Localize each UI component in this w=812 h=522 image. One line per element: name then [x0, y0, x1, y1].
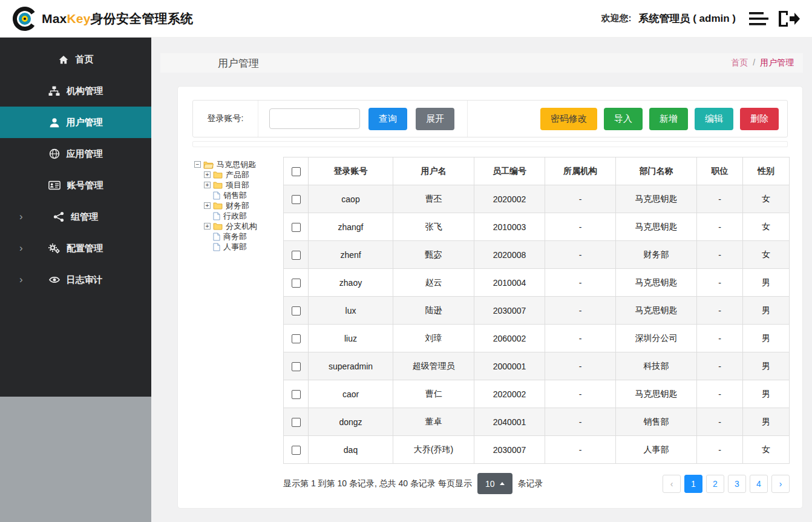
breadcrumb: 首页 / 用户管理 — [731, 58, 794, 68]
table-cell: daq — [309, 436, 393, 464]
table-cell: 马克思钥匙 — [616, 297, 697, 325]
password-modify-button[interactable]: 密码修改 — [540, 108, 597, 130]
tree-node[interactable]: 行政部 — [194, 211, 283, 221]
tree-node[interactable]: 人事部 — [194, 242, 283, 252]
table-cell: 男 — [743, 380, 790, 408]
table-cell: 人事部 — [616, 436, 697, 464]
table-cell: 女 — [743, 436, 790, 464]
row-checkbox[interactable] — [292, 418, 301, 427]
row-checkbox[interactable] — [292, 362, 301, 371]
page-title: 用户管理 — [218, 56, 259, 70]
import-button[interactable]: 导入 — [604, 108, 643, 130]
tree-node[interactable]: 销售部 — [194, 190, 283, 200]
sidebar-item-users[interactable]: 用户管理 — [0, 107, 151, 138]
page-button[interactable]: 1 — [684, 475, 702, 493]
page-size-select[interactable]: 10 — [477, 473, 512, 494]
tree-node[interactable]: −马克思钥匙 — [194, 159, 283, 170]
expand-icon[interactable]: + — [204, 171, 211, 178]
sidebar-item-label: 首页 — [76, 54, 94, 65]
page-button[interactable]: 2 — [706, 475, 724, 493]
login-account-input[interactable] — [269, 108, 360, 129]
table-cell: 2030007 — [474, 297, 545, 325]
table-row: zhaoy赵云2010004-马克思钥匙-男 — [284, 269, 790, 297]
row-checkbox[interactable] — [292, 390, 301, 399]
tree-node[interactable]: +分支机构 — [194, 221, 283, 231]
table-cell: 2020002 — [474, 380, 545, 408]
tree-spacer — [204, 233, 211, 240]
table-cell: 2030007 — [474, 436, 545, 464]
tree-node[interactable]: +产品部 — [194, 170, 283, 180]
folder-icon — [213, 181, 223, 189]
column-header: 职位 — [697, 157, 743, 185]
row-checkbox[interactable] — [292, 223, 301, 232]
breadcrumb-separator: / — [753, 58, 755, 67]
table-cell: 2010004 — [474, 269, 545, 297]
expand-button[interactable]: 展开 — [416, 108, 454, 130]
tree-node[interactable]: 商务部 — [194, 231, 283, 242]
prev-page-button[interactable]: ‹ — [663, 475, 681, 493]
edit-button[interactable]: 编辑 — [695, 108, 733, 130]
table-cell: lux — [309, 297, 393, 325]
sidebar-item-accounts[interactable]: 账号管理 — [0, 170, 151, 201]
logout-icon[interactable] — [777, 10, 800, 28]
table-cell: 2040001 — [474, 408, 545, 436]
table-cell: 曹仁 — [393, 380, 474, 408]
expand-icon[interactable]: + — [204, 223, 211, 230]
table-cell: - — [697, 408, 743, 436]
page-header-bar: 用户管理 首页 / 用户管理 — [160, 53, 803, 73]
sidebar-item-label: 组管理 — [71, 211, 98, 223]
top-header: MaxKey身份安全管理系统 欢迎您: 系统管理员 ( admin ) — [0, 0, 812, 38]
delete-button[interactable]: 删除 — [740, 108, 779, 130]
row-checkbox[interactable] — [292, 279, 301, 288]
table-cell: 陆逊 — [393, 297, 474, 325]
next-page-button[interactable]: › — [771, 475, 790, 493]
row-checkbox[interactable] — [292, 446, 301, 455]
tree-node[interactable]: +项目部 — [194, 180, 283, 190]
table-cell: - — [545, 380, 616, 408]
table-cell: dongz — [309, 408, 393, 436]
page-button[interactable]: 3 — [728, 475, 746, 493]
collapse-icon[interactable]: − — [194, 161, 201, 168]
tree-spacer — [204, 213, 211, 219]
tree-node[interactable]: +财务部 — [194, 200, 283, 211]
row-checkbox[interactable] — [292, 251, 301, 260]
table-cell: 男 — [743, 269, 790, 297]
caret-up-icon — [500, 482, 505, 485]
pagination-summary-prefix: 显示第 1 到第 10 条记录, 总共 40 条记录 每页显示 — [283, 478, 472, 489]
pager: ‹1234› — [663, 475, 790, 493]
user-table: 登录账号 用户名 员工编号 所属机构 部门名称 职位 性别 caop曹丕2020… — [283, 157, 790, 464]
sidebar: 首页 机构管理 用户管理 — [0, 38, 151, 397]
table-cell: - — [697, 269, 743, 297]
table-row: zhangf张飞2010003-马克思钥匙-女 — [284, 213, 790, 241]
sidebar-menu: 首页 机构管理 用户管理 — [0, 38, 151, 296]
table-row: liuz刘璋2060002-深圳分公司-男 — [284, 325, 790, 352]
table-cell: zhangf — [309, 213, 393, 241]
table-row: daq大乔(乔玮)2030007-人事部-女 — [284, 436, 790, 464]
row-checkbox[interactable] — [292, 306, 301, 316]
sidebar-item-audit[interactable]: › 日志审计 — [0, 264, 151, 296]
sidebar-item-apps[interactable]: 应用管理 — [0, 138, 151, 170]
sidebar-item-orgs[interactable]: 机构管理 — [0, 75, 151, 107]
chevron-right-icon: › — [19, 211, 23, 223]
expand-icon[interactable]: + — [204, 182, 211, 188]
table-cell: - — [697, 380, 743, 408]
sidebar-item-home[interactable]: 首页 — [0, 44, 151, 75]
chevron-right-icon: › — [19, 274, 23, 286]
file-icon — [213, 212, 220, 220]
folder-open-icon — [203, 160, 214, 169]
page-button[interactable]: 4 — [750, 475, 768, 493]
expand-icon[interactable]: + — [204, 202, 211, 209]
row-checkbox[interactable] — [292, 195, 301, 204]
add-button[interactable]: 新增 — [649, 108, 688, 130]
sidebar-item-config[interactable]: › 配置管理 — [0, 233, 151, 264]
breadcrumb-home[interactable]: 首页 — [731, 58, 748, 67]
select-all-checkbox[interactable] — [292, 167, 301, 176]
home-icon — [58, 55, 69, 65]
menu-list-icon[interactable] — [749, 12, 770, 26]
query-button[interactable]: 查询 — [368, 108, 407, 130]
table-cell: - — [697, 241, 743, 269]
sidebar-footer-area — [0, 397, 151, 522]
column-header: 部门名称 — [616, 157, 697, 185]
sidebar-item-groups[interactable]: › 组管理 — [0, 201, 151, 233]
row-checkbox[interactable] — [292, 334, 301, 343]
